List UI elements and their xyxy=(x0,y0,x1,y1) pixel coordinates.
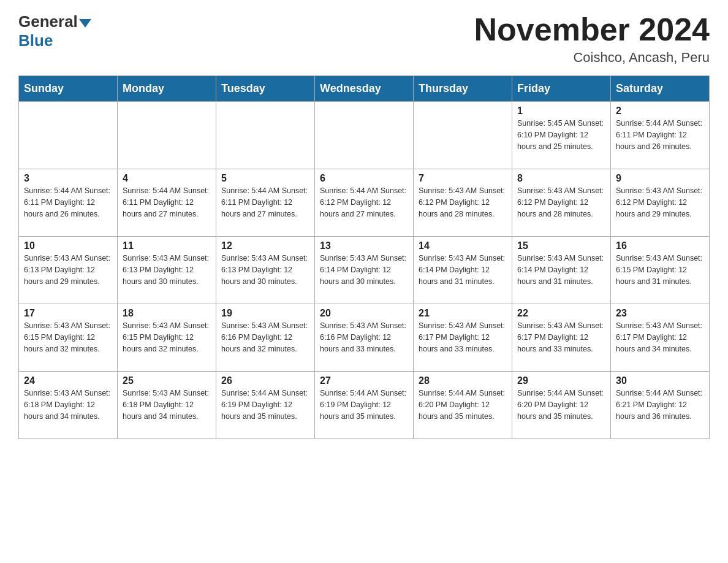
logo-blue-text: Blue xyxy=(18,31,53,50)
day-info: Sunrise: 5:44 AM Sunset: 6:21 PM Dayligh… xyxy=(616,388,704,422)
day-info: Sunrise: 5:43 AM Sunset: 6:13 PM Dayligh… xyxy=(123,253,211,287)
day-info: Sunrise: 5:44 AM Sunset: 6:20 PM Dayligh… xyxy=(419,388,507,422)
column-header-thursday: Thursday xyxy=(414,76,512,102)
column-header-friday: Friday xyxy=(512,76,611,102)
calendar-cell: 19Sunrise: 5:43 AM Sunset: 6:16 PM Dayli… xyxy=(216,304,315,372)
day-number: 19 xyxy=(221,308,309,319)
day-number: 27 xyxy=(320,375,408,386)
calendar-table: SundayMondayTuesdayWednesdayThursdayFrid… xyxy=(18,75,710,439)
logo-general-text: General xyxy=(18,12,78,31)
calendar-cell: 20Sunrise: 5:43 AM Sunset: 6:16 PM Dayli… xyxy=(315,304,414,372)
calendar-cell: 27Sunrise: 5:44 AM Sunset: 6:19 PM Dayli… xyxy=(315,372,414,439)
day-number: 14 xyxy=(419,240,507,251)
calendar-cell: 7Sunrise: 5:43 AM Sunset: 6:12 PM Daylig… xyxy=(414,169,512,237)
calendar-cell xyxy=(19,102,118,169)
day-info: Sunrise: 5:43 AM Sunset: 6:15 PM Dayligh… xyxy=(123,320,211,354)
column-header-saturday: Saturday xyxy=(611,76,710,102)
month-title: November 2024 xyxy=(474,12,710,47)
day-info: Sunrise: 5:43 AM Sunset: 6:12 PM Dayligh… xyxy=(419,185,507,220)
calendar-cell: 17Sunrise: 5:43 AM Sunset: 6:15 PM Dayli… xyxy=(19,304,118,372)
day-number: 6 xyxy=(320,173,408,184)
day-number: 9 xyxy=(616,173,704,184)
calendar-cell: 9Sunrise: 5:43 AM Sunset: 6:12 PM Daylig… xyxy=(611,169,710,237)
day-info: Sunrise: 5:44 AM Sunset: 6:19 PM Dayligh… xyxy=(221,388,309,422)
day-info: Sunrise: 5:44 AM Sunset: 6:11 PM Dayligh… xyxy=(24,185,112,220)
calendar-cell: 29Sunrise: 5:44 AM Sunset: 6:20 PM Dayli… xyxy=(512,372,611,439)
day-number: 21 xyxy=(419,308,507,319)
location-title: Coishco, Ancash, Peru xyxy=(474,50,710,66)
calendar-cell: 6Sunrise: 5:44 AM Sunset: 6:12 PM Daylig… xyxy=(315,169,414,237)
day-number: 10 xyxy=(24,240,112,251)
day-number: 3 xyxy=(24,173,112,184)
logo: General Blue xyxy=(18,12,93,50)
column-header-tuesday: Tuesday xyxy=(216,76,315,102)
day-number: 5 xyxy=(221,173,309,184)
day-info: Sunrise: 5:43 AM Sunset: 6:13 PM Dayligh… xyxy=(24,253,112,287)
day-number: 22 xyxy=(517,308,605,319)
column-header-monday: Monday xyxy=(118,76,216,102)
calendar-cell: 18Sunrise: 5:43 AM Sunset: 6:15 PM Dayli… xyxy=(118,304,216,372)
day-info: Sunrise: 5:43 AM Sunset: 6:12 PM Dayligh… xyxy=(517,185,605,220)
calendar-week-row: 3Sunrise: 5:44 AM Sunset: 6:11 PM Daylig… xyxy=(19,169,710,237)
day-number: 1 xyxy=(517,105,605,117)
day-number: 25 xyxy=(123,375,211,386)
day-number: 28 xyxy=(419,375,507,386)
header: General Blue November 2024 Coishco, Anca… xyxy=(18,12,710,66)
day-number: 26 xyxy=(221,375,309,386)
day-number: 29 xyxy=(517,375,605,386)
day-info: Sunrise: 5:43 AM Sunset: 6:16 PM Dayligh… xyxy=(320,320,408,354)
calendar-cell: 26Sunrise: 5:44 AM Sunset: 6:19 PM Dayli… xyxy=(216,372,315,439)
day-info: Sunrise: 5:43 AM Sunset: 6:15 PM Dayligh… xyxy=(24,320,112,354)
day-number: 15 xyxy=(517,240,605,251)
day-number: 17 xyxy=(24,308,112,319)
calendar-cell: 24Sunrise: 5:43 AM Sunset: 6:18 PM Dayli… xyxy=(19,372,118,439)
day-info: Sunrise: 5:43 AM Sunset: 6:17 PM Dayligh… xyxy=(616,320,704,354)
day-info: Sunrise: 5:43 AM Sunset: 6:18 PM Dayligh… xyxy=(24,388,112,422)
day-info: Sunrise: 5:43 AM Sunset: 6:12 PM Dayligh… xyxy=(616,185,704,220)
day-info: Sunrise: 5:43 AM Sunset: 6:14 PM Dayligh… xyxy=(320,253,408,287)
calendar-cell: 2Sunrise: 5:44 AM Sunset: 6:11 PM Daylig… xyxy=(611,102,710,169)
calendar-header-row: SundayMondayTuesdayWednesdayThursdayFrid… xyxy=(19,76,710,102)
day-number: 24 xyxy=(24,375,112,386)
day-info: Sunrise: 5:43 AM Sunset: 6:17 PM Dayligh… xyxy=(517,320,605,354)
day-number: 23 xyxy=(616,308,704,319)
day-number: 12 xyxy=(221,240,309,251)
calendar-week-row: 24Sunrise: 5:43 AM Sunset: 6:18 PM Dayli… xyxy=(19,372,710,439)
day-info: Sunrise: 5:43 AM Sunset: 6:13 PM Dayligh… xyxy=(221,253,309,287)
day-info: Sunrise: 5:43 AM Sunset: 6:18 PM Dayligh… xyxy=(123,388,211,422)
calendar-cell xyxy=(315,102,414,169)
day-number: 16 xyxy=(616,240,704,251)
calendar-cell: 11Sunrise: 5:43 AM Sunset: 6:13 PM Dayli… xyxy=(118,237,216,304)
day-info: Sunrise: 5:44 AM Sunset: 6:19 PM Dayligh… xyxy=(320,388,408,422)
calendar-cell xyxy=(414,102,512,169)
day-number: 18 xyxy=(123,308,211,319)
day-info: Sunrise: 5:43 AM Sunset: 6:15 PM Dayligh… xyxy=(616,253,704,287)
day-number: 2 xyxy=(616,105,704,117)
calendar-cell: 12Sunrise: 5:43 AM Sunset: 6:13 PM Dayli… xyxy=(216,237,315,304)
calendar-cell: 25Sunrise: 5:43 AM Sunset: 6:18 PM Dayli… xyxy=(118,372,216,439)
day-info: Sunrise: 5:44 AM Sunset: 6:11 PM Dayligh… xyxy=(123,185,211,220)
day-number: 13 xyxy=(320,240,408,251)
day-info: Sunrise: 5:44 AM Sunset: 6:11 PM Dayligh… xyxy=(221,185,309,220)
calendar-cell: 23Sunrise: 5:43 AM Sunset: 6:17 PM Dayli… xyxy=(611,304,710,372)
calendar-cell: 16Sunrise: 5:43 AM Sunset: 6:15 PM Dayli… xyxy=(611,237,710,304)
logo-arrow-icon xyxy=(79,19,91,28)
calendar-cell xyxy=(118,102,216,169)
day-number: 20 xyxy=(320,308,408,319)
day-number: 7 xyxy=(419,173,507,184)
calendar-cell: 28Sunrise: 5:44 AM Sunset: 6:20 PM Dayli… xyxy=(414,372,512,439)
calendar-week-row: 10Sunrise: 5:43 AM Sunset: 6:13 PM Dayli… xyxy=(19,237,710,304)
day-number: 30 xyxy=(616,375,704,386)
day-info: Sunrise: 5:45 AM Sunset: 6:10 PM Dayligh… xyxy=(517,118,605,152)
day-info: Sunrise: 5:43 AM Sunset: 6:14 PM Dayligh… xyxy=(517,253,605,287)
title-area: November 2024 Coishco, Ancash, Peru xyxy=(474,12,710,66)
calendar-cell: 13Sunrise: 5:43 AM Sunset: 6:14 PM Dayli… xyxy=(315,237,414,304)
calendar-cell: 14Sunrise: 5:43 AM Sunset: 6:14 PM Dayli… xyxy=(414,237,512,304)
calendar-week-row: 1Sunrise: 5:45 AM Sunset: 6:10 PM Daylig… xyxy=(19,102,710,169)
column-header-sunday: Sunday xyxy=(19,76,118,102)
calendar-cell: 4Sunrise: 5:44 AM Sunset: 6:11 PM Daylig… xyxy=(118,169,216,237)
calendar-cell: 3Sunrise: 5:44 AM Sunset: 6:11 PM Daylig… xyxy=(19,169,118,237)
day-number: 11 xyxy=(123,240,211,251)
calendar-cell: 10Sunrise: 5:43 AM Sunset: 6:13 PM Dayli… xyxy=(19,237,118,304)
calendar-week-row: 17Sunrise: 5:43 AM Sunset: 6:15 PM Dayli… xyxy=(19,304,710,372)
